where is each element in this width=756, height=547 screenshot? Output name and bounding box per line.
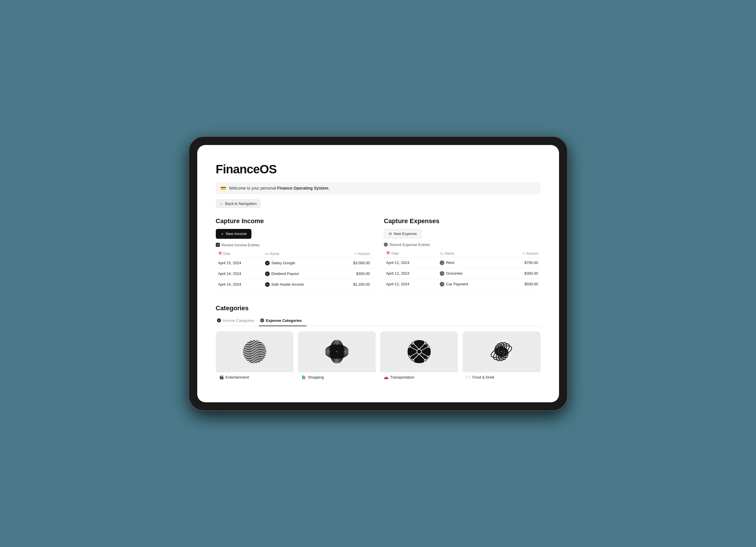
income-entry-name: ＋ Dividend Payout	[263, 268, 336, 279]
income-entry-name: ＋ Salary Google	[263, 258, 336, 268]
wallet-icon: 💳	[220, 186, 226, 191]
new-income-label: New Income	[226, 232, 247, 236]
expense-tab-label: Expense Categories	[266, 318, 302, 323]
expense-entry-date: April 12, 2024	[384, 268, 437, 279]
income-date-header: 📅 Date	[216, 250, 263, 258]
category-label: 🚗 Transportation	[380, 372, 458, 382]
plus-icon: ＋	[220, 231, 224, 237]
category-card[interactable]: 🚗 Transportation	[380, 331, 458, 382]
category-label: 🎬 Entertainment	[216, 372, 293, 382]
income-entry-amount: $1,200.00	[336, 279, 372, 290]
category-icon: 🚗	[384, 375, 388, 379]
capture-expenses: Capture Expenses ⊖ New Expense − Recent …	[384, 217, 540, 290]
category-label: 🍽️ Food & Drink	[463, 372, 540, 382]
expense-name-header: Aa Name	[437, 250, 501, 258]
expense-calendar-icon: 📅	[386, 252, 390, 255]
plus-circle-icon: ＋	[265, 272, 270, 276]
category-image	[380, 331, 458, 372]
expense-entry-name: − Rent	[437, 257, 501, 268]
category-name: Food & Drink	[472, 375, 494, 379]
category-image	[463, 331, 540, 372]
recent-expense-label: Recent Expense Entries	[390, 243, 430, 247]
expense-entry-name: − Groceries	[437, 268, 501, 279]
recent-income-label: Recent Income Entries	[222, 243, 260, 247]
new-income-button[interactable]: ＋ New Income	[216, 229, 251, 239]
expense-text-icon: Aa	[440, 252, 443, 255]
minus-circle-icon: −	[440, 271, 444, 276]
expense-entry-amount: $300.00	[501, 268, 540, 279]
calendar-icon: 📅	[218, 252, 222, 256]
new-expense-button[interactable]: ⊖ New Expense	[384, 229, 422, 239]
income-entry-date: April 14, 2024	[216, 268, 263, 279]
income-tab-label: Income Categories	[223, 318, 254, 323]
category-icon: 🎬	[219, 375, 224, 379]
categories-grid: 🎬 Entertainment 🛍️ Shopping	[216, 331, 540, 382]
table-row: April 15, 2024 ＋ Salary Google $3,000.00	[216, 258, 372, 268]
back-to-navigation-button[interactable]: ← Back to Navigation	[216, 199, 261, 208]
expense-entry-amount: $500.00	[501, 279, 540, 289]
income-amount-header: ⊙ Amount	[336, 250, 372, 258]
categories-title: Categories	[216, 304, 540, 312]
arrow-left-icon: ←	[220, 202, 224, 206]
table-row: April 12, 2024 − Groceries $300.00	[384, 268, 540, 279]
income-tab-icon: ＋	[217, 318, 221, 322]
category-card[interactable]: 🎬 Entertainment	[216, 331, 293, 382]
plus-circle-icon: ＋	[265, 282, 270, 287]
category-name: Transportation	[390, 375, 414, 379]
category-name: Entertainment	[226, 375, 249, 379]
minus-icon: ⊖	[389, 232, 392, 236]
table-row: April 14, 2024 ＋ Side Hustle Income $1,2…	[216, 279, 372, 290]
minus-circle-icon: −	[440, 282, 444, 286]
welcome-text: Welcome to your personal Finance Operati…	[229, 186, 330, 191]
amount-icon: ⊙	[354, 252, 357, 256]
income-entry-amount: $300.00	[336, 268, 372, 279]
income-entry-date: April 14, 2024	[216, 279, 263, 290]
expense-amount-icon: ⊙	[522, 252, 525, 255]
table-row: April 12, 2024 − Car Payment $500.00	[384, 279, 540, 289]
page-content: FinanceOS 💳 Welcome to your personal Fin…	[197, 145, 559, 402]
category-icon: 🛍️	[302, 375, 306, 379]
expense-entry-date: April 12, 2024	[384, 257, 437, 268]
tab-income-categories[interactable]: ＋ Income Categories	[216, 316, 259, 326]
income-table: 📅 Date Aa Name	[216, 250, 372, 290]
plus-circle-icon: ＋	[265, 261, 270, 266]
expense-entry-amount: $700.00	[501, 257, 540, 268]
categories-tab-bar: ＋ Income Categories − Expense Categories	[216, 316, 540, 326]
category-card[interactable]: 🍽️ Food & Drink	[463, 331, 540, 382]
capture-income: Capture Income ＋ New Income ＋ Recent Inc…	[216, 217, 372, 290]
expense-tab-icon: −	[260, 318, 264, 322]
back-label: Back to Navigation	[225, 202, 257, 206]
income-entry-date: April 15, 2024	[216, 258, 263, 268]
expense-entry-date: April 12, 2024	[384, 279, 437, 289]
income-name-header: Aa Name	[263, 250, 336, 258]
recent-income-circle: ＋	[216, 243, 220, 247]
recent-expense-header: − Recent Expense Entries	[384, 243, 540, 247]
device-frame: FinanceOS 💳 Welcome to your personal Fin…	[189, 137, 567, 410]
categories-section: Categories ＋ Income Categories − Expense…	[216, 304, 540, 382]
welcome-banner: 💳 Welcome to your personal Finance Opera…	[216, 182, 540, 195]
minus-circle-icon: −	[440, 261, 444, 265]
recent-income-header: ＋ Recent Income Entries	[216, 243, 372, 247]
table-row: April 12, 2024 − Rent $700.00	[384, 257, 540, 268]
text-icon: Aa	[265, 252, 269, 256]
category-icon: 🍽️	[466, 375, 471, 379]
tab-expense-categories[interactable]: − Expense Categories	[259, 316, 306, 326]
category-image	[298, 331, 376, 372]
category-name: Shopping	[308, 375, 324, 379]
category-image	[216, 331, 293, 372]
income-entry-name: ＋ Side Hustle Income	[263, 279, 336, 290]
income-title: Capture Income	[216, 217, 372, 225]
recent-expense-circle: −	[384, 243, 388, 247]
expenses-title: Capture Expenses	[384, 217, 540, 225]
income-entry-amount: $3,000.00	[336, 258, 372, 268]
capture-section: Capture Income ＋ New Income ＋ Recent Inc…	[216, 217, 540, 290]
expense-entry-name: − Car Payment	[437, 279, 501, 289]
category-card[interactable]: 🛍️ Shopping	[298, 331, 376, 382]
expense-amount-header: ⊙ Amount	[501, 250, 540, 258]
expense-date-header: 📅 Date	[384, 250, 437, 258]
category-label: 🛍️ Shopping	[298, 372, 376, 382]
app-title: FinanceOS	[216, 162, 540, 176]
expense-table: 📅 Date Aa Name	[384, 250, 540, 290]
device-screen: FinanceOS 💳 Welcome to your personal Fin…	[197, 145, 559, 402]
new-expense-label: New Expense	[394, 232, 417, 236]
